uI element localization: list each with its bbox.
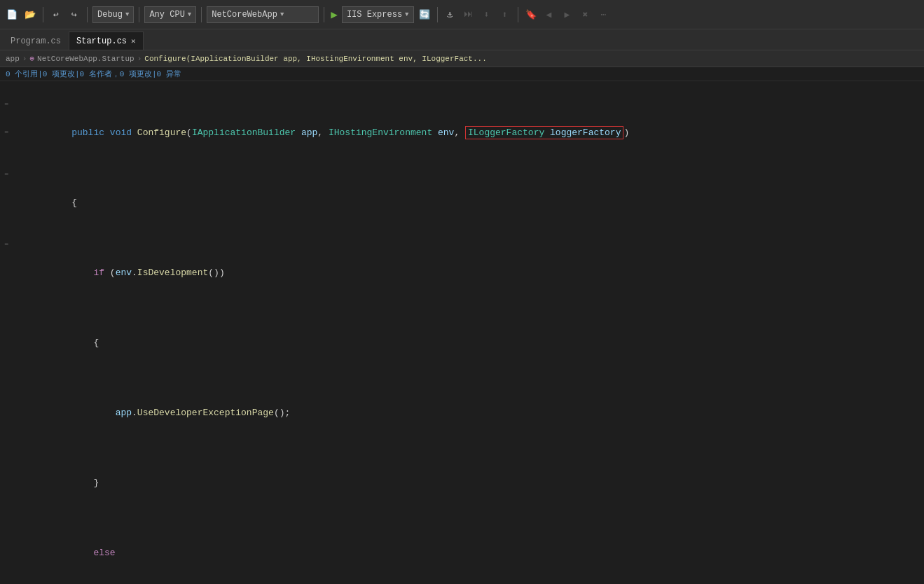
debug-config-label: Debug [97,10,123,20]
collapse-1[interactable]: − [0,98,13,112]
line-num: ​ [15,126,39,140]
line-num: ​ [15,98,39,112]
line-num: ​ [15,420,39,434]
breadcrumb-left: app [6,55,20,63]
tab-startup-cs-close[interactable]: ✕ [131,36,136,46]
new-project-icon[interactable]: 📄 [4,7,20,22]
margin-32 [0,574,13,584]
extra-icon[interactable]: ⋯ [596,7,612,22]
line-num: ​ [15,224,39,238]
margin-3 [0,140,13,154]
clear-bookmarks-icon[interactable]: ✖ [578,7,593,22]
code-line-3: if (env.IsDevelopment()) [50,266,924,280]
info-bar: 0 个引用|0 项更改|0 名作者，0 项更改|0 异常 [0,67,924,81]
sep4 [201,7,202,22]
code-line-2: { [50,196,924,210]
prev-bookmark-icon[interactable]: ◀ [542,7,557,22]
margin-8 [0,224,13,238]
code-content[interactable]: public void Configure(IApplicationBuilde… [44,81,924,584]
code-line-6: } [50,476,924,490]
debug-config-dropdown[interactable]: Debug ▼ [92,6,134,23]
margin-10 [0,266,13,280]
sep7 [518,7,518,22]
breadcrumb-namespace: ⊕ [29,54,34,63]
line-numbers: ​ ​ ​ ​ ​ ​ ​ ​ ​ ​ ​ ​ ​ ​ ​ ​ ​ ​ ​ ​ … [13,81,44,584]
platform-arrow: ▼ [188,11,191,18]
attach-icon[interactable]: ⚓ [443,7,458,22]
line-num: ​ [15,490,39,504]
line-num: ​ [15,210,39,224]
line-num: ​ [15,350,39,364]
iis-dropdown[interactable]: IIS Express ▼ [342,6,414,23]
step-over-icon[interactable]: ⏭ [461,7,476,22]
step-out-icon[interactable]: ⬆ [497,7,513,22]
code-line-5: app.UseDeveloperExceptionPage(); [50,406,924,420]
iis-arrow: ▼ [405,11,408,18]
line-num: ​ [15,266,39,280]
margin-17 [0,364,13,378]
breadcrumb-method: Configure(IApplicationBuilder app, IHost… [144,55,486,63]
debug-config-arrow: ▼ [125,11,129,18]
project-dropdown[interactable]: NetCoreWebApp ▼ [207,6,319,23]
collapse-4[interactable]: − [0,238,13,252]
line-num: ​ [15,308,39,322]
tab-bar: Program.cs Startup.cs ✕ [0,29,924,50]
line-num: ​ [15,168,39,182]
line-num: ​ [15,140,39,154]
step-into-icon[interactable]: ⬇ [479,7,495,22]
margin-9 [0,252,13,266]
line-num: ​ [15,336,39,350]
line-num: ​ [15,294,39,308]
next-bookmark-icon[interactable]: ▶ [560,7,575,22]
tab-program-cs[interactable]: Program.cs [3,32,69,50]
line-num: ​ [15,252,39,266]
line-num: ​ [15,322,39,336]
open-icon[interactable]: 📂 [22,7,38,22]
margin-27 [0,504,13,518]
margin-11 [0,280,13,294]
code-line-4: { [50,336,924,350]
margin-13 [0,308,13,322]
margin-24 [0,462,13,476]
line-num: ​ [15,154,39,168]
margin-15 [0,336,13,350]
margin-22 [0,434,13,448]
collapse-2[interactable]: − [0,126,13,140]
breadcrumb-namespace-label: NetCoreWebApp.Startup [37,55,135,63]
project-label: NetCoreWebApp [212,10,277,20]
margin-1 [0,84,13,98]
iis-label: IIS Express [347,10,402,20]
tab-startup-cs[interactable]: Startup.cs ✕ [69,32,144,50]
platform-label: Any CPU [149,10,184,20]
line-num: ​ [15,238,39,252]
margin-25 [0,476,13,490]
margin-6 [0,196,13,210]
line-num: ​ [15,364,39,378]
line-num: ​ [15,378,39,392]
bookmark-icon[interactable]: 🔖 [523,7,539,22]
margin-14 [0,322,13,336]
margin-21 [0,420,13,434]
line-num: ​ [15,406,39,420]
line-num: ​ [15,112,39,126]
left-margin: − − − − [0,81,13,584]
line-num: ​ [15,434,39,448]
sep6 [437,7,438,22]
breadcrumb-bar: app › ⊕ NetCoreWebApp.Startup › Configur… [0,50,924,67]
undo-icon[interactable]: ↩ [48,7,64,22]
margin-23 [0,448,13,462]
platform-dropdown[interactable]: Any CPU ▼ [144,6,196,23]
collapse-3[interactable]: − [0,168,13,182]
margin-30 [0,546,13,560]
margin-29 [0,532,13,546]
line-num: ​ [15,532,39,546]
code-line-7: else [50,546,924,560]
play-button[interactable]: ▶ [331,8,338,22]
refresh-icon[interactable]: 🔄 [417,7,432,22]
line-num: ​ [15,182,39,196]
margin-18 [0,378,13,392]
redo-icon[interactable]: ↪ [67,7,82,22]
line-num: ​ [15,84,39,98]
line-num: ​ [15,476,39,490]
line-num: ​ [15,392,39,406]
